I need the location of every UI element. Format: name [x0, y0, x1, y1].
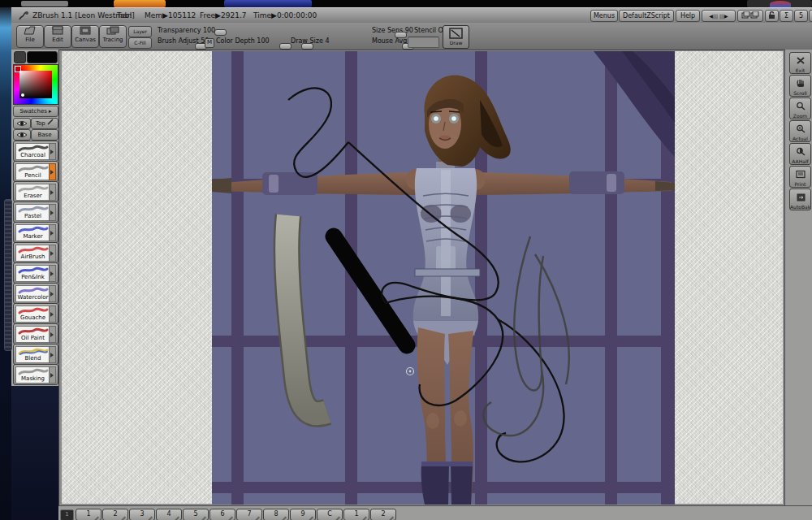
- close-button[interactable]: ✕: [809, 10, 812, 22]
- cfill-button[interactable]: C-Fill: [128, 37, 152, 49]
- brush-expand-arrow[interactable]: [49, 245, 56, 262]
- padlock-icon: [768, 11, 775, 20]
- print-button[interactable]: Print: [789, 166, 811, 188]
- hand-icon: [795, 79, 806, 88]
- canvas-paper-margin-left[interactable]: [62, 51, 212, 504]
- actual-button[interactable]: Actual: [789, 120, 811, 142]
- color-picker[interactable]: [13, 64, 58, 105]
- tab-strip-leader-button[interactable]: 1: [60, 509, 74, 520]
- magnifier-half-icon: [795, 147, 806, 156]
- brush-item[interactable]: Pastel: [13, 202, 58, 223]
- default-zscript-button[interactable]: DefaultZScript: [619, 10, 674, 22]
- brush-preview: Pencil: [15, 163, 50, 180]
- canvas-tab[interactable]: 3: [129, 509, 155, 520]
- canvas-tab[interactable]: 9: [290, 509, 316, 520]
- note-input[interactable]: [408, 37, 439, 48]
- brush-expand-arrow[interactable]: [49, 204, 56, 221]
- canvas-paper-margin-right[interactable]: [675, 51, 783, 504]
- canvas-tab[interactable]: 7: [236, 509, 262, 520]
- tracing-button[interactable]: Tracing: [99, 25, 127, 48]
- brush-item[interactable]: Masking: [13, 364, 58, 385]
- m-toggle[interactable]: M: [205, 38, 214, 48]
- canvas-tab[interactable]: 6: [209, 509, 235, 520]
- brush-item[interactable]: AirBrush: [13, 242, 58, 263]
- brush-item[interactable]: Pencil: [13, 161, 58, 182]
- top-layer-visibility-toggle[interactable]: [13, 118, 31, 129]
- brush-item[interactable]: Charcoal: [13, 141, 58, 162]
- scroll-arrows-icon[interactable]: ◀||| |||▶: [702, 10, 736, 22]
- canvas-button[interactable]: Canvas: [71, 25, 99, 48]
- brush-expand-arrow[interactable]: [49, 366, 56, 384]
- canvas-tab[interactable]: 4: [156, 509, 182, 520]
- lock-icon[interactable]: [765, 10, 779, 22]
- brush-item[interactable]: Blend: [13, 344, 58, 365]
- brush-item[interactable]: Eraser: [13, 181, 58, 202]
- brush-expand-arrow[interactable]: [49, 184, 56, 201]
- zbrush-window: ZBrush 1.1 [Leon Westman] Tab! Mem▶10511…: [0, 0, 812, 520]
- help-button[interactable]: Help: [676, 10, 700, 22]
- file-button[interactable]: File: [16, 25, 44, 48]
- brush-preview: Pastel: [15, 204, 50, 221]
- five-button[interactable]: 5: [794, 10, 808, 22]
- brush-preview: Oil Paint: [15, 326, 50, 343]
- color-picker-square[interactable]: [19, 71, 52, 98]
- edit-button[interactable]: Edit: [44, 25, 71, 48]
- brush-expand-arrow[interactable]: [49, 224, 56, 241]
- transparency-slider-handle[interactable]: [214, 29, 227, 36]
- panel-resize-handle[interactable]: [4, 199, 12, 351]
- desktop-strip: [0, 0, 812, 7]
- brush-expand-arrow[interactable]: [49, 163, 56, 180]
- magnifier-actual-icon: [795, 124, 806, 133]
- brush-expand-arrow[interactable]: [49, 285, 56, 302]
- menus-button[interactable]: Menus: [590, 10, 618, 22]
- zoom-button[interactable]: Zoom: [789, 98, 811, 119]
- brush-expand-arrow[interactable]: [49, 306, 56, 323]
- canvas-tab[interactable]: C: [317, 509, 343, 520]
- brush-expand-arrow[interactable]: [49, 346, 56, 363]
- secondary-color-well[interactable]: [14, 51, 26, 63]
- canvas-image[interactable]: [212, 51, 675, 505]
- canvas-tab[interactable]: 2: [102, 509, 128, 520]
- document-canvas[interactable]: [58, 50, 786, 507]
- brush-item[interactable]: Oil Paint: [13, 323, 58, 344]
- tab-hint-label: Tab!: [117, 11, 132, 20]
- brush-expand-arrow[interactable]: [49, 143, 56, 160]
- autobak-button[interactable]: AutoBak: [789, 188, 811, 210]
- layer-top-button[interactable]: Top: [31, 118, 58, 129]
- brush-preview: Watercolor: [15, 285, 50, 302]
- window-stack-icon[interactable]: [737, 10, 763, 22]
- sigma-button[interactable]: Σ: [780, 10, 793, 22]
- brush-expand-arrow[interactable]: [49, 326, 56, 343]
- draw-size-slider-handle[interactable]: [279, 43, 292, 50]
- canvas-tab[interactable]: 1: [76, 509, 102, 520]
- top-toolbar: File Edit Canvas Tracing Layer C-Fill: [11, 23, 812, 51]
- brush-preview: Charcoal: [15, 143, 50, 160]
- layer-button[interactable]: Layer: [128, 26, 152, 37]
- draw-size-slider-handle[interactable]: [301, 43, 313, 50]
- canvas-tab[interactable]: 8: [263, 509, 289, 520]
- brush-preview: Eraser: [15, 184, 50, 201]
- canvas-tab[interactable]: 1: [343, 509, 369, 520]
- base-layer-visibility-toggle[interactable]: [13, 129, 31, 141]
- canvas-tab[interactable]: 2: [370, 509, 396, 520]
- tracing-icon: [106, 26, 119, 35]
- exit-button[interactable]: Exit: [789, 52, 811, 74]
- scroll-button[interactable]: Scroll: [789, 75, 811, 97]
- brush-item[interactable]: Pen&Ink: [13, 262, 58, 284]
- canvas-tab[interactable]: 5: [183, 509, 209, 520]
- title-bar: ZBrush 1.1 [Leon Westman] Tab! Mem▶10511…: [11, 7, 812, 24]
- brush-item[interactable]: Marker: [13, 222, 58, 243]
- desktop-icon-fragment: [114, 0, 166, 7]
- eye-icon: [16, 131, 28, 139]
- aahalf-button[interactable]: AAHalf: [789, 143, 811, 165]
- draw-rect-icon: [449, 28, 463, 39]
- swatches-button[interactable]: Swatches ▸: [13, 106, 58, 117]
- layer-base-button[interactable]: Base: [31, 129, 58, 141]
- brush-item[interactable]: Watercolor: [13, 283, 58, 304]
- brush-item[interactable]: Gouache: [13, 303, 58, 324]
- bottom-tab-strip: 1 123456789C12: [58, 505, 812, 520]
- brush-expand-arrow[interactable]: [49, 265, 56, 282]
- primary-color-well[interactable]: [27, 51, 58, 63]
- draw-mode-button[interactable]: Draw: [443, 25, 469, 49]
- color-depth-slider[interactable]: Color Depth 100: [216, 37, 270, 45]
